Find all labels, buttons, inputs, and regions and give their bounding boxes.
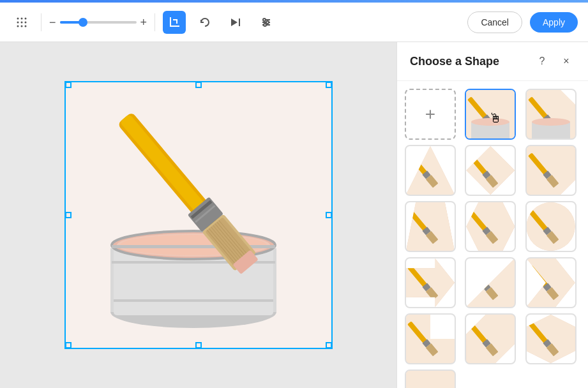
svg-rect-86	[467, 265, 490, 290]
svg-point-7	[21, 25, 23, 27]
shape-thumb-partial1	[466, 315, 515, 363]
toolbar: − + Cancel	[0, 3, 588, 42]
adjust-button[interactable]	[255, 11, 278, 34]
panel-title: Choose a Shape	[410, 55, 499, 68]
svg-point-2	[25, 17, 27, 19]
plus-icon: +	[425, 104, 435, 124]
svg-point-5	[25, 21, 27, 23]
shape-thumb-arrow	[406, 258, 455, 307]
canvas-area	[0, 42, 396, 388]
shape-item-partial-3[interactable]	[405, 369, 456, 388]
shape-item-partial-1[interactable]	[465, 313, 516, 364]
undo-icon	[199, 17, 211, 28]
svg-rect-97	[466, 315, 515, 363]
shape-thumb-circle	[527, 202, 575, 251]
shape-thumb-hexagon	[466, 202, 515, 251]
svg-rect-57	[406, 146, 455, 195]
shape-thumb-partial2	[527, 315, 575, 363]
handle-bottom-left[interactable]	[65, 342, 72, 348]
close-button[interactable]: ×	[557, 52, 575, 70]
canvas-svg	[66, 82, 333, 349]
svg-point-56	[532, 118, 570, 126]
slider-plus-button[interactable]: +	[140, 17, 147, 28]
shape-thumb-corner2	[527, 146, 575, 195]
svg-point-8	[25, 25, 27, 27]
shape-preview	[466, 90, 515, 138]
shape-item-trapezoid[interactable]	[405, 201, 456, 252]
svg-point-1	[21, 17, 23, 19]
handle-bottom-right[interactable]	[326, 342, 332, 348]
svg-rect-81	[406, 258, 455, 307]
shape-item-corner-cut-tr[interactable]	[525, 89, 577, 140]
shape-item-triangle[interactable]	[405, 145, 456, 196]
handle-top-mid[interactable]	[195, 82, 202, 88]
shape-item-l-shape[interactable]	[405, 313, 456, 364]
handle-top-left[interactable]	[65, 82, 72, 88]
grid-dots-button[interactable]	[10, 11, 33, 34]
svg-rect-65	[527, 146, 575, 195]
shape-thumb-trapezoid	[406, 202, 455, 251]
toolbar-divider-1	[41, 13, 41, 31]
skip-icon	[230, 17, 241, 28]
svg-rect-89	[527, 258, 575, 307]
shapes-grid: +	[397, 81, 588, 388]
add-shape-button[interactable]: +	[405, 89, 456, 140]
main-area: Choose a Shape ? × +	[0, 42, 588, 388]
svg-rect-61	[466, 146, 515, 195]
adjust-icon	[260, 17, 272, 28]
shape-item-circle[interactable]	[525, 201, 577, 252]
shape-item-diamond[interactable]	[465, 145, 516, 196]
shape-item-arrow[interactable]	[405, 257, 456, 308]
shape-item-arrow-right[interactable]	[525, 257, 577, 308]
right-panel: Choose a Shape ? × +	[396, 42, 588, 388]
slider-minus-button[interactable]: −	[49, 17, 56, 28]
svg-point-3	[17, 21, 19, 23]
canvas-image	[64, 81, 333, 349]
svg-rect-77	[527, 202, 575, 251]
shape-item-hexagon[interactable]	[465, 201, 516, 252]
handle-top-right[interactable]	[326, 82, 332, 88]
handle-bottom-mid[interactable]	[195, 342, 202, 348]
shape-thumb-l-shape	[406, 315, 455, 363]
svg-rect-85	[466, 258, 515, 307]
svg-point-16	[264, 24, 266, 26]
canvas-image-wrapper[interactable]	[64, 81, 333, 349]
toolbar-divider-2	[155, 13, 155, 31]
help-button[interactable]: ?	[533, 52, 551, 70]
svg-point-4	[21, 21, 23, 23]
svg-point-0	[17, 17, 19, 19]
shape-thumb-arrow-right	[527, 258, 575, 307]
svg-marker-9	[231, 19, 237, 26]
svg-rect-105	[406, 371, 455, 388]
svg-rect-27	[114, 299, 273, 302]
svg-rect-73	[466, 202, 515, 251]
shape-item-triangle2[interactable]	[465, 257, 516, 308]
grid-dots-icon	[16, 17, 27, 28]
panel-actions: ? ×	[533, 52, 575, 70]
cancel-button[interactable]: Cancel	[467, 11, 522, 33]
slider-thumb[interactable]	[79, 18, 87, 27]
shape-item-partial-2[interactable]	[525, 313, 577, 364]
shape-thumb-corner-tr	[527, 90, 575, 138]
slider-track[interactable]	[60, 21, 137, 24]
crop-tool-button[interactable]	[163, 11, 186, 34]
zoom-slider-container: − +	[49, 17, 147, 28]
svg-rect-101	[527, 315, 575, 363]
shape-thumb-rect-full	[466, 90, 515, 138]
handle-mid-left[interactable]	[65, 212, 72, 218]
crop-icon	[169, 17, 180, 28]
svg-rect-93	[406, 315, 455, 363]
shape-item-selected[interactable]: 🖱	[465, 89, 516, 140]
skip-forward-button[interactable]	[224, 11, 247, 34]
handle-mid-right[interactable]	[326, 212, 332, 218]
svg-rect-69	[406, 202, 455, 251]
undo-button[interactable]	[193, 11, 216, 34]
svg-point-15	[266, 21, 269, 24]
svg-point-49	[471, 118, 509, 126]
panel-header: Choose a Shape ? ×	[397, 42, 588, 81]
shape-item-corner-cut2[interactable]	[525, 145, 577, 196]
shape-thumb-diamond	[466, 146, 515, 195]
svg-point-6	[17, 25, 19, 27]
apply-button[interactable]: Apply	[530, 12, 578, 33]
svg-rect-10	[239, 19, 240, 26]
